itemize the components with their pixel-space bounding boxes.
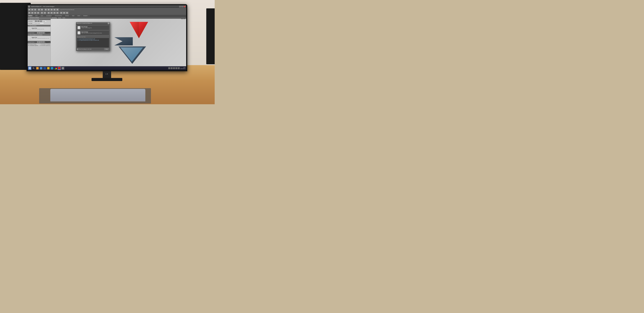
import-tool-icon [29, 37, 31, 40]
toolbar-btn-r2-8[interactable] [50, 12, 53, 14]
taskbar-item-autoform[interactable] [58, 66, 61, 70]
toolbar-btn-undo[interactable] [38, 8, 40, 11]
uf2-filter-btn[interactable]: ⊟ [39, 41, 41, 43]
import-part-text: Import Part Import Part Geometries from … [32, 28, 44, 30]
uf-x-btn[interactable]: × [43, 32, 44, 34]
taskbar-item-chrome[interactable] [54, 66, 57, 70]
tree-item-coord[interactable]: ▶ Coordinate Systems 0 Coordinate System… [28, 45, 50, 46]
svg-marker-2 [114, 37, 133, 46]
tolerances-header[interactable]: ▼ Tolerances & Settings [28, 17, 50, 18]
maximize-button[interactable]: □ [182, 6, 183, 8]
tab-items[interactable]: Items [77, 15, 81, 16]
sym-btn-1[interactable] [35, 20, 37, 22]
new-design-item[interactable]: New Design Create a new design file [77, 25, 109, 30]
start-button[interactable] [28, 66, 32, 70]
toolbar-btn-7[interactable] [56, 8, 59, 11]
monitor-bezel: AutoForm®plus R7 - <No Current Design> –… [26, 4, 187, 71]
toolbar-btn-save[interactable] [34, 8, 36, 11]
menu-sheet[interactable]: Sheet [58, 17, 61, 18]
title-bar: AutoForm®plus R7 - <No Current Design> –… [28, 5, 186, 8]
sym-btn-2[interactable] [37, 20, 40, 22]
recent-file-2[interactable]: 2. C:\ProgramData\AutoForm\Yplus R7\test… [78, 40, 108, 41]
welcome-dialog: Welcome to AutoForm®plus R7 × [76, 22, 110, 51]
sym-btn-3[interactable] [40, 20, 42, 22]
toolbar-btn-r2-2[interactable] [31, 12, 34, 14]
toolbar-btn-r2-9[interactable] [53, 12, 56, 14]
part-geometries-header[interactable]: ▼ Part Geometries [28, 25, 50, 26]
tab-sync[interactable]: Synchronization [54, 15, 62, 16]
toolbar-btn-r2-5[interactable] [40, 12, 43, 14]
toolbar-btn-r2-7[interactable] [47, 12, 50, 14]
tree-item-curves[interactable]: ▶ Curves & Points 0 Curve(s), 0 Point(s) [28, 43, 50, 45]
uf2-pencil-btn[interactable]: ✎ [37, 41, 39, 43]
tray-icon-1[interactable] [168, 67, 170, 69]
dialog-close-x[interactable]: × [108, 22, 110, 24]
menu-tools[interactable]: Tools [62, 17, 65, 18]
toolbar-btn-r2-10[interactable] [56, 12, 59, 14]
tab-annotations[interactable]: Annotations [46, 15, 52, 16]
taskbar-item-other[interactable] [61, 66, 64, 70]
tab-objects[interactable]: Objects [28, 15, 33, 16]
toolbar-btn-open[interactable] [31, 8, 34, 11]
symmetry-arrow: ▼ [28, 19, 29, 20]
open-design-item[interactable]: Open Design Open file browser to load a … [77, 30, 109, 35]
tray-icon-2[interactable] [171, 67, 172, 69]
menu-geometry[interactable]: Geometry [52, 17, 57, 18]
system-clock[interactable]: 8:45 2018-05-14 [180, 67, 185, 69]
toolbar-btn-r2-12[interactable] [63, 12, 66, 14]
tray-icon-volume[interactable] [176, 67, 177, 69]
uf-in-label-1: ▶ In [45, 32, 47, 34]
toolbar-btn-6[interactable] [53, 8, 56, 11]
uf-filter-btn[interactable]: ⊟ [39, 32, 41, 34]
tab-style[interactable]: Style [72, 15, 75, 16]
show-dialog-checkbox[interactable] [77, 48, 78, 50]
tab-sep-2: ||| [38, 15, 40, 16]
minimize-button[interactable]: – [179, 6, 181, 8]
recent-file-1[interactable]: 1. C:\Users\Administrator\Desktop\rc.afd [78, 38, 108, 40]
toolbar-btn-r2-11[interactable] [60, 12, 62, 14]
uf2-add-btn[interactable]: + [41, 41, 43, 43]
taskbar-item-file-explorer[interactable] [36, 66, 39, 70]
toolbar-btn-4[interactable] [47, 8, 50, 11]
toolbar-btn-r2-3[interactable] [34, 12, 36, 14]
tolerances-section: ▼ Tolerances & Settings [28, 17, 50, 18]
toolbar-btn-r2-1[interactable] [28, 12, 31, 14]
toolbar-btn-r2-13[interactable] [66, 12, 68, 14]
tab-window[interactable]: Window [64, 15, 70, 16]
mail-icon [51, 67, 53, 69]
import-part-item[interactable]: Import Part Import Part Geometries from … [28, 27, 50, 31]
tab-sep-7: ||| [75, 15, 77, 16]
toolbar-area: Import File Process Form Remote [28, 8, 186, 15]
toolbar-btn-r2-4[interactable] [37, 12, 40, 14]
display-icon [56, 12, 58, 14]
sym-dropdown[interactable]: None▾ [42, 20, 46, 22]
new-design-text: New Design Create a new design file [81, 26, 92, 28]
uf-add-btn[interactable]: + [41, 32, 43, 34]
dialog-close-button[interactable]: Close [104, 48, 109, 50]
svg-rect-7 [29, 68, 30, 69]
uf2-x-btn[interactable]: × [43, 41, 44, 43]
symmetry-header[interactable]: ▼ Symmetry & Part Type [28, 18, 50, 20]
search-button[interactable] [32, 66, 35, 70]
import-tool-item[interactable]: Import Tool Import Tools or Additional G… [28, 36, 50, 40]
toolbar-btn-redo[interactable] [40, 8, 43, 11]
toolbar-btn-new[interactable] [28, 8, 31, 11]
tray-icon-network[interactable] [178, 67, 180, 69]
taskbar-item-explorer2[interactable] [47, 66, 50, 70]
toolbar-btn-r2-6[interactable] [44, 12, 46, 14]
uf-out-label-2: Out ◀ [48, 42, 50, 43]
uf-pencil-btn[interactable]: ✎ [37, 32, 39, 34]
toolbar-label-form: Form [68, 9, 70, 10]
tab-dyna[interactable]: Dyna [40, 15, 44, 16]
toolbar-btn-3[interactable] [44, 8, 47, 11]
part-type-dropdown[interactable]: Body Panel▾ [35, 22, 44, 24]
toolbar-btn-5[interactable] [50, 8, 53, 11]
close-button[interactable]: × [184, 6, 186, 8]
tray-icon-3[interactable] [173, 67, 175, 69]
taskbar-item-mail[interactable] [50, 66, 54, 70]
taskbar-item-edge[interactable] [43, 66, 46, 70]
tab-view[interactable]: View [35, 15, 38, 16]
taskbar-item-task-view[interactable] [40, 66, 43, 70]
tools-header[interactable]: ▼ Tools & Additional Geometries [28, 34, 50, 36]
tab-analyses[interactable]: Analyses [83, 15, 88, 16]
